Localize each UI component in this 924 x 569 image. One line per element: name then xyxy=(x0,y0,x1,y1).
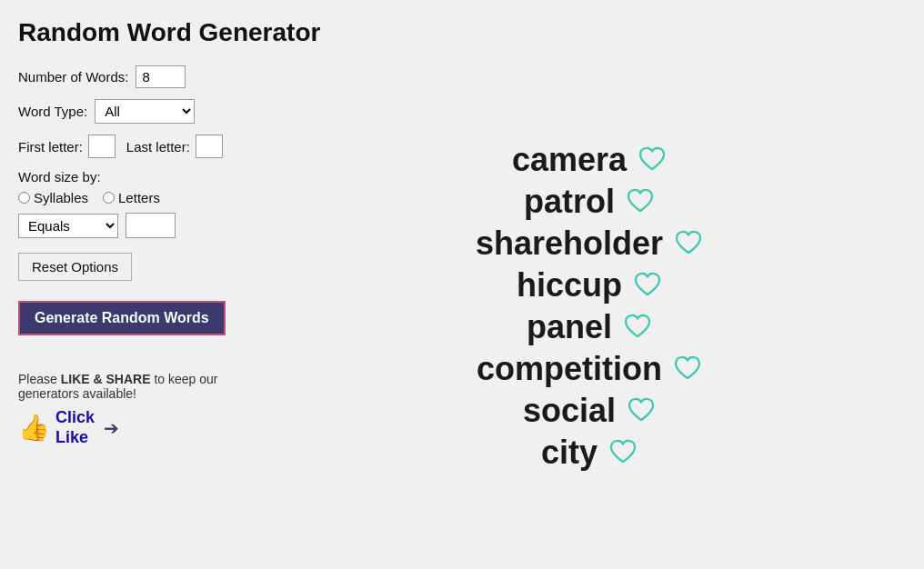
like-row: 👍 Click Like ➔ xyxy=(18,408,273,447)
size-controls-row: Equals At Least At Most Between xyxy=(18,213,273,238)
page-title: Random Word Generator xyxy=(18,18,906,47)
num-words-row: Number of Words: xyxy=(18,65,273,88)
first-letter-label: First letter: xyxy=(18,139,83,155)
word-text: hiccup xyxy=(517,266,622,304)
left-panel: Number of Words: Word Type: All Nouns Ve… xyxy=(18,65,273,551)
word-type-label: Word Type: xyxy=(18,104,87,119)
letters-row: First letter: Last letter: xyxy=(18,135,273,158)
heart-icon[interactable] xyxy=(674,227,703,260)
word-type-select[interactable]: All Nouns Verbs Adjectives Adverbs xyxy=(95,99,195,124)
word-item: city xyxy=(541,434,638,472)
generate-button[interactable]: Generate Random Words xyxy=(18,301,226,335)
like-text: Like xyxy=(55,428,95,448)
heart-icon[interactable] xyxy=(627,394,656,427)
heart-icon[interactable] xyxy=(633,269,662,302)
word-text: camera xyxy=(512,141,627,179)
letters-radio-label[interactable]: Letters xyxy=(103,190,160,205)
word-size-label: Word size by: xyxy=(18,169,273,185)
num-words-input[interactable] xyxy=(136,65,186,88)
last-letter-label: Last letter: xyxy=(126,139,190,155)
num-words-label: Number of Words: xyxy=(18,69,128,85)
heart-icon[interactable] xyxy=(623,311,652,344)
arrow-right-icon: ➔ xyxy=(104,417,119,439)
syllables-label-text: Syllables xyxy=(34,190,88,205)
share-message: Please LIKE & SHARE to keep our generato… xyxy=(18,372,273,401)
size-value-input[interactable] xyxy=(126,213,176,238)
syllables-radio-label[interactable]: Syllables xyxy=(18,190,88,205)
equals-select[interactable]: Equals At Least At Most Between xyxy=(18,214,118,238)
word-item: hiccup xyxy=(517,266,662,304)
syllables-radio[interactable] xyxy=(18,192,30,204)
word-item: patrol xyxy=(524,183,655,221)
like-share-bold: LIKE & SHARE xyxy=(61,372,151,386)
word-text: competition xyxy=(477,350,662,388)
word-text: city xyxy=(541,434,598,472)
thumbs-up-icon[interactable]: 👍 xyxy=(18,413,50,443)
word-item: social xyxy=(523,392,656,430)
word-item: panel xyxy=(527,308,652,346)
word-text: social xyxy=(523,392,616,430)
letters-radio[interactable] xyxy=(103,192,115,204)
word-item: camera xyxy=(512,141,667,179)
word-type-row: Word Type: All Nouns Verbs Adjectives Ad… xyxy=(18,99,273,124)
word-item: shareholder xyxy=(476,225,703,263)
last-letter-input[interactable] xyxy=(196,135,223,158)
reset-button[interactable]: Reset Options xyxy=(18,253,132,281)
word-text: patrol xyxy=(524,183,615,221)
word-item: competition xyxy=(477,350,702,388)
letters-label-text: Letters xyxy=(118,190,160,205)
first-letter-input[interactable] xyxy=(88,135,116,158)
radio-row: Syllables Letters xyxy=(18,190,273,205)
words-panel: camera patrol shareholder hiccup panel c… xyxy=(273,65,906,551)
click-text: Click xyxy=(55,408,95,428)
word-text: panel xyxy=(527,308,612,346)
click-like-text[interactable]: Click Like xyxy=(55,408,95,447)
heart-icon[interactable] xyxy=(673,353,702,385)
heart-icon[interactable] xyxy=(608,436,638,469)
heart-icon[interactable] xyxy=(626,185,655,218)
heart-icon[interactable] xyxy=(638,144,667,176)
word-text: shareholder xyxy=(476,225,663,263)
